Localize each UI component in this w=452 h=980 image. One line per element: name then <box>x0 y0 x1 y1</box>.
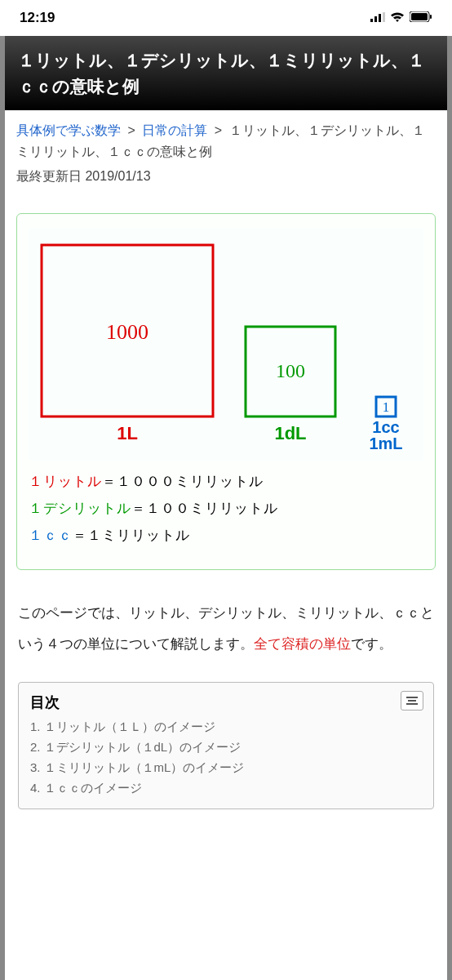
page-title: １リットル、１デシリットル、１ミリリットル、１ｃｃの意味と例 <box>5 36 447 110</box>
toc-item[interactable]: 2.１デシリットル（１dL）のイメージ <box>30 737 422 758</box>
breadcrumb-separator: > <box>215 123 222 137</box>
svg-rect-1 <box>374 16 377 22</box>
breadcrumb-link-category[interactable]: 日常の計算 <box>142 123 207 137</box>
breadcrumb-separator: > <box>127 123 135 137</box>
toc-title: 目次 <box>30 693 422 712</box>
svg-rect-0 <box>370 19 373 22</box>
svg-text:1: 1 <box>383 399 390 415</box>
last-updated: 最終更新日 2019/01/13 <box>5 165 447 197</box>
svg-text:1mL: 1mL <box>369 434 402 449</box>
status-right <box>370 10 432 26</box>
signal-icon <box>370 10 385 26</box>
hamburger-icon <box>406 697 418 698</box>
toc-list: 1.１リットル（１Ｌ）のイメージ 2.１デシリットル（１dL）のイメージ 3.１… <box>30 717 422 799</box>
toc-item[interactable]: 3.１ミリリットル（１mL）のイメージ <box>30 758 422 778</box>
svg-text:100: 100 <box>276 360 305 381</box>
toc-item[interactable]: 4.１ｃｃのイメージ <box>30 778 422 799</box>
status-bar: 12:19 <box>0 0 452 36</box>
breadcrumb-link-home[interactable]: 具体例で学ぶ数学 <box>16 123 121 137</box>
volume-diagram: 1000 1L 100 1dL 1 1cc 1mL <box>29 229 423 461</box>
status-time: 12:19 <box>20 10 55 26</box>
svg-rect-3 <box>383 12 385 22</box>
svg-text:1dL: 1dL <box>274 423 306 443</box>
toc-toggle-button[interactable] <box>401 691 423 710</box>
breadcrumb: 具体例で学ぶ数学 > 日常の計算 > １リットル、１デシリットル、１ミリリットル… <box>5 110 447 165</box>
svg-rect-2 <box>379 14 381 22</box>
intro-paragraph: このページでは、リットル、デシリットル、ミリリットル、ｃｃという４つの単位につい… <box>5 586 447 670</box>
svg-text:1L: 1L <box>117 423 138 443</box>
svg-rect-5 <box>411 13 428 20</box>
conversion-liter: １リットル＝１０００ミリリットル <box>29 472 423 491</box>
toc-item[interactable]: 1.１リットル（１Ｌ）のイメージ <box>30 717 422 737</box>
wifi-icon <box>390 10 405 26</box>
content-wrapper: １リットル、１デシリットル、１ミリリットル、１ｃｃの意味と例 具体例で学ぶ数学 … <box>0 36 452 980</box>
svg-text:1000: 1000 <box>106 320 148 344</box>
diagram-box: 1000 1L 100 1dL 1 1cc 1mL １リットル＝１０００ミリリッ… <box>16 213 436 570</box>
svg-rect-6 <box>430 15 432 19</box>
battery-icon <box>410 10 432 26</box>
table-of-contents: 目次 1.１リットル（１Ｌ）のイメージ 2.１デシリットル（１dL）のイメージ … <box>18 682 434 809</box>
svg-text:1cc: 1cc <box>372 418 399 436</box>
conversion-cc: １ｃｃ＝１ミリリットル <box>29 526 423 545</box>
conversion-deciliter: １デシリットル＝１００ミリリットル <box>29 499 423 518</box>
